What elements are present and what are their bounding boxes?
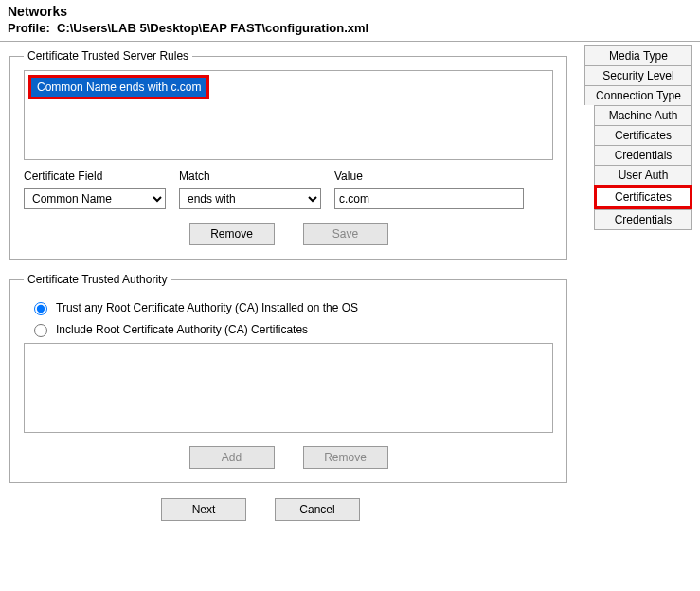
trusted-server-rules-group: Certificate Trusted Server Rules Common … [9,49,567,260]
tab-credentials-5[interactable]: Credentials [594,145,692,165]
tab-certificates-4[interactable]: Certificates [594,125,692,145]
include-ca-radio[interactable] [34,324,47,337]
profile-label: Profile: [8,21,50,35]
cancel-button[interactable]: Cancel [275,498,360,521]
tabs-column: Media TypeSecurity LevelConnection TypeM… [577,42,700,590]
save-rule-button[interactable]: Save [303,223,388,245]
certificate-field-label: Certificate Field [24,170,166,183]
tab-certificates-7[interactable]: Certificates [594,185,692,209]
tab-machine-auth-3[interactable]: Machine Auth [594,105,692,125]
trust-any-ca-radio[interactable] [34,302,47,315]
trusted-authority-group: Certificate Trusted Authority Trust any … [9,273,567,483]
trust-any-ca-label: Trust any Root Certificate Authority (CA… [56,301,358,314]
page-title: Networks [8,4,692,19]
tab-credentials-8[interactable]: Credentials [594,209,692,230]
certificate-field-select[interactable]: Common Name [24,188,166,209]
next-button[interactable]: Next [161,498,246,521]
profile-path: C:\Users\LAB 5\Desktop\EAP FAST\configur… [57,21,368,35]
tab-user-auth-6[interactable]: User Auth [594,165,692,185]
tab-security-level-1[interactable]: Security Level [584,65,692,85]
authority-legend: Certificate Trusted Authority [24,273,171,286]
rule-item-highlight: Common Name ends with c.com [28,75,209,99]
tab-media-type-0[interactable]: Media Type [584,45,692,65]
tab-connection-type-2[interactable]: Connection Type [584,85,692,105]
ca-list[interactable] [24,343,553,433]
rules-legend: Certificate Trusted Server Rules [24,49,192,63]
rules-list[interactable]: Common Name ends with c.com [24,70,553,160]
match-select[interactable]: ends with [179,188,321,209]
value-input[interactable] [334,188,524,209]
value-label: Value [334,170,553,183]
add-ca-button[interactable]: Add [189,446,275,469]
remove-ca-button[interactable]: Remove [303,446,388,469]
remove-rule-button[interactable]: Remove [189,223,275,245]
profile-line: Profile: C:\Users\LAB 5\Desktop\EAP FAST… [8,21,692,35]
rule-item[interactable]: Common Name ends with c.com [31,78,206,97]
include-ca-label: Include Root Certificate Authority (CA) … [56,323,308,336]
match-label: Match [179,170,321,183]
